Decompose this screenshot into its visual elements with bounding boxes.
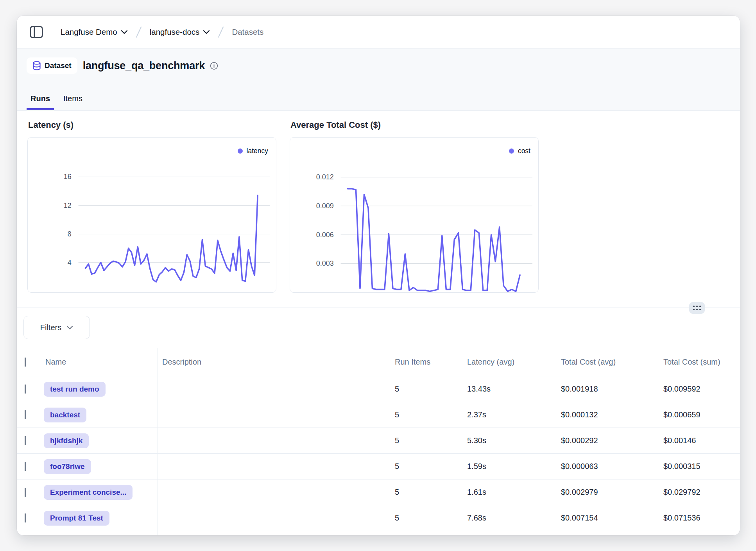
- chevron-down-icon: [121, 30, 128, 34]
- total-cost-sum-value: $0.000659: [663, 410, 740, 419]
- page-title: langfuse_qa_benchmark: [83, 60, 205, 72]
- cost-chart-block: Average Total Cost ($) 0.0030.0060.0090.…: [290, 120, 539, 308]
- cost-chart: 0.0030.0060.0090.012 cost: [290, 137, 539, 293]
- filters-button[interactable]: Filters: [23, 316, 90, 339]
- run-items-value: 5: [395, 410, 467, 419]
- breadcrumb-project-label: langfuse-docs: [150, 27, 200, 37]
- latency-legend: latency: [238, 147, 268, 155]
- run-name-badge[interactable]: test run demo: [44, 382, 106, 397]
- y-axis-tick-label: 0.006: [316, 231, 334, 239]
- latency-avg-value: 13.43s: [467, 385, 561, 394]
- breadcrumb-project[interactable]: langfuse-docs: [150, 27, 210, 37]
- row-checkbox[interactable]: [25, 436, 26, 445]
- grip-dots-icon: [693, 306, 701, 310]
- breadcrumb-separator: [217, 25, 225, 39]
- total-cost-avg-value: $0.001918: [561, 385, 663, 394]
- y-axis-tick-label: 4: [68, 259, 72, 267]
- breadcrumb-page: Datasets: [232, 27, 263, 37]
- total-cost-sum-value: $0.00146: [663, 436, 740, 445]
- series-line: [348, 189, 520, 292]
- total-cost-sum-value: $0.029792: [663, 488, 740, 497]
- latency-avg-value: 2.37s: [467, 410, 561, 419]
- total-cost-avg-value: $0.000132: [561, 410, 663, 419]
- breadcrumb-page-label: Datasets: [232, 27, 263, 37]
- latency-chart-block: Latency (s) 481216 latency: [27, 120, 276, 308]
- latency-legend-label: latency: [247, 147, 268, 155]
- latency-avg-value: 1.61s: [467, 488, 561, 497]
- tab-runs[interactable]: Runs: [27, 94, 54, 110]
- cost-line-plot: 0.0030.0060.0090.012: [290, 138, 538, 292]
- run-name-badge[interactable]: Prompt 81 Test: [44, 511, 109, 526]
- sidebar-toggle-icon[interactable]: [29, 25, 43, 39]
- app-window: Langfuse Demo langfuse-docs Datasets: [17, 16, 740, 535]
- row-checkbox[interactable]: [25, 410, 26, 419]
- latency-avg-value: 1.59s: [467, 462, 561, 471]
- row-checkbox[interactable]: [25, 462, 26, 471]
- y-axis-tick-label: 8: [68, 230, 72, 238]
- table-row: hjkfdshjk55.30s$0.000292$0.00146: [17, 428, 740, 454]
- row-checkbox[interactable]: [25, 488, 26, 497]
- run-name-badge[interactable]: hjkfdshjk: [44, 433, 89, 448]
- chevron-down-icon: [66, 326, 73, 330]
- column-header-description[interactable]: Description: [158, 358, 395, 367]
- total-cost-sum-value: $0.000315: [663, 462, 740, 471]
- cost-chart-title: Average Total Cost ($): [290, 120, 539, 130]
- run-name-badge[interactable]: foo78riwe: [44, 459, 91, 474]
- tab-bar: Runs Items: [27, 94, 86, 110]
- legend-dot-icon: [509, 148, 514, 154]
- run-items-value: 5: [395, 436, 467, 445]
- y-axis-tick-label: 0.009: [316, 202, 334, 210]
- latency-avg-value: 7.68s: [467, 513, 561, 522]
- cost-legend: cost: [509, 147, 530, 155]
- latency-avg-value: 5.30s: [467, 436, 561, 445]
- panel-resize-handle[interactable]: [689, 302, 705, 314]
- latency-line-plot: 481216: [28, 138, 276, 292]
- charts-section: Latency (s) 481216 latency Average Total…: [17, 111, 740, 308]
- table-row: backtest52.37s$0.000132$0.000659: [17, 402, 740, 428]
- run-items-value: 5: [395, 462, 467, 471]
- y-axis-tick-label: 16: [64, 173, 72, 181]
- runs-table: Name Description Run Items Latency (avg)…: [17, 348, 740, 535]
- run-name-badge[interactable]: backtest: [44, 408, 86, 422]
- total-cost-avg-value: $0.000292: [561, 436, 663, 445]
- table-body: test run demo513.43s$0.001918$0.009592ba…: [17, 376, 740, 535]
- dataset-badge-label: Dataset: [45, 61, 72, 70]
- table-row: Experiment concise...51.61s$0.002979$0.0…: [17, 479, 740, 505]
- select-all-checkbox[interactable]: [25, 358, 26, 367]
- total-cost-avg-value: $0.002979: [561, 488, 663, 497]
- database-icon: [32, 61, 41, 70]
- column-header-latency-avg[interactable]: Latency (avg): [467, 358, 561, 367]
- dataset-header-band: Dataset langfuse_qa_benchmark Runs Items: [17, 49, 740, 111]
- total-cost-sum-value: $0.071536: [663, 513, 740, 522]
- y-axis-tick-label: 12: [64, 202, 72, 209]
- y-axis-tick-label: 0.012: [316, 173, 334, 181]
- chevron-down-icon: [203, 30, 210, 34]
- cost-legend-label: cost: [518, 147, 530, 155]
- tab-items[interactable]: Items: [59, 94, 86, 110]
- column-header-total-cost-avg[interactable]: Total Cost (avg): [561, 358, 663, 367]
- info-icon[interactable]: [210, 62, 218, 70]
- row-checkbox[interactable]: [25, 385, 26, 394]
- run-items-value: 5: [395, 385, 467, 394]
- y-axis-tick-label: 0.003: [316, 259, 334, 267]
- column-header-name[interactable]: Name: [44, 348, 158, 376]
- total-cost-avg-value: $0.000063: [561, 462, 663, 471]
- table-row: Prompt 81 Test57.68s$0.007154$0.071536: [17, 505, 740, 531]
- latency-chart-title: Latency (s): [28, 120, 276, 130]
- top-bar: Langfuse Demo langfuse-docs Datasets: [17, 16, 740, 49]
- row-checkbox[interactable]: [25, 513, 26, 522]
- breadcrumb-org[interactable]: Langfuse Demo: [61, 27, 128, 37]
- column-header-total-cost-sum[interactable]: Total Cost (sum): [663, 358, 740, 367]
- table-row: test run demo513.43s$0.001918$0.009592: [17, 376, 740, 402]
- run-name-badge[interactable]: Experiment concise...: [44, 485, 133, 500]
- column-header-run-items[interactable]: Run Items: [395, 358, 467, 367]
- table-row: foo78riwe51.59s$0.000063$0.000315: [17, 454, 740, 479]
- total-cost-sum-value: $0.009592: [663, 385, 740, 394]
- filters-button-label: Filters: [40, 323, 61, 332]
- series-line: [86, 195, 258, 282]
- latency-chart: 481216 latency: [27, 137, 276, 293]
- breadcrumb-org-label: Langfuse Demo: [61, 27, 117, 37]
- run-items-value: 5: [395, 488, 467, 497]
- total-cost-avg-value: $0.007154: [561, 513, 663, 522]
- legend-dot-icon: [238, 148, 243, 154]
